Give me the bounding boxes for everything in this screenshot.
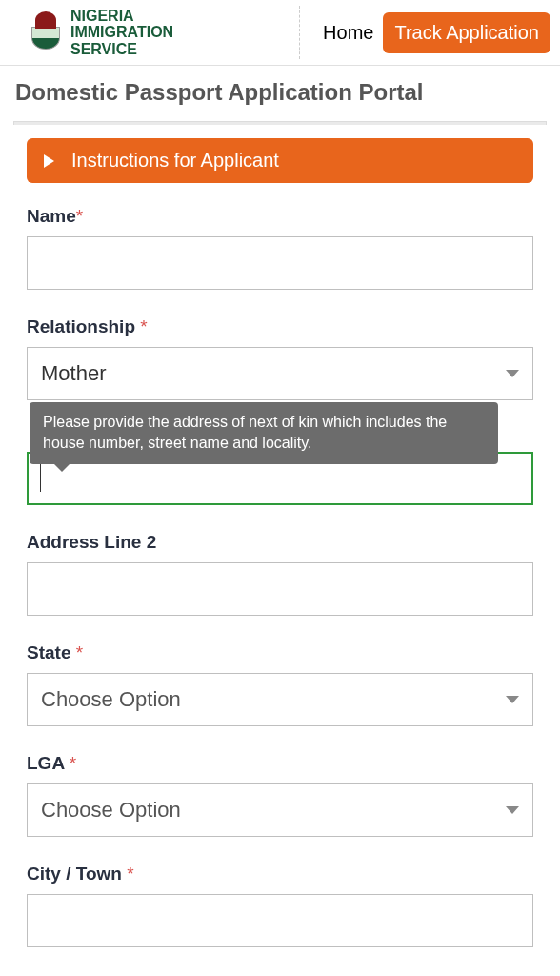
chevron-down-icon [506,806,519,814]
nis-logo-icon [29,11,63,53]
city-label: City / Town * [27,864,533,884]
address2-label: Address Line 2 [27,532,533,553]
chevron-down-icon [506,696,519,703]
state-value: Choose Option [41,687,181,712]
relationship-select[interactable]: Mother [27,347,533,400]
brand-text: NIGERIA IMMIGRATION SERVICE [70,8,173,58]
address2-field-group: Address Line 2 [27,532,533,616]
relationship-field-group: Relationship * Mother [27,316,533,400]
lga-value: Choose Option [41,798,181,823]
top-nav: Home Track Application [299,6,550,59]
chevron-down-icon [506,370,519,377]
site-header: NIGERIA IMMIGRATION SERVICE Home Track A… [0,0,560,66]
city-input[interactable] [27,894,533,947]
text-cursor [40,463,41,492]
address-line-2-input[interactable] [27,562,533,616]
lga-label: LGA * [27,753,533,774]
address-tooltip: Please provide the address of next of ki… [30,402,498,464]
state-select[interactable]: Choose Option [27,673,533,726]
relationship-value: Mother [41,361,106,386]
state-label: State * [27,642,533,663]
name-label: Name* [27,206,533,227]
lga-select[interactable]: Choose Option [27,783,533,837]
name-input[interactable] [27,236,533,290]
instructions-label: Instructions for Applicant [71,150,279,172]
form-container: Instructions for Applicant Name* Relatio… [0,125,560,947]
expand-icon [44,154,54,168]
page-title: Domestic Passport Application Portal [0,66,560,121]
relationship-label: Relationship * [27,316,533,337]
lga-field-group: LGA * Choose Option [27,753,533,837]
nav-home-link[interactable]: Home [319,16,377,50]
logo-section: NIGERIA IMMIGRATION SERVICE [29,8,173,58]
track-application-button[interactable]: Track Application [383,12,550,53]
city-field-group: City / Town * [27,864,533,947]
name-field-group: Name* [27,206,533,290]
address1-field-group: Please provide the address of next of ki… [27,452,533,505]
state-field-group: State * Choose Option [27,642,533,726]
instructions-accordion[interactable]: Instructions for Applicant [27,138,533,183]
